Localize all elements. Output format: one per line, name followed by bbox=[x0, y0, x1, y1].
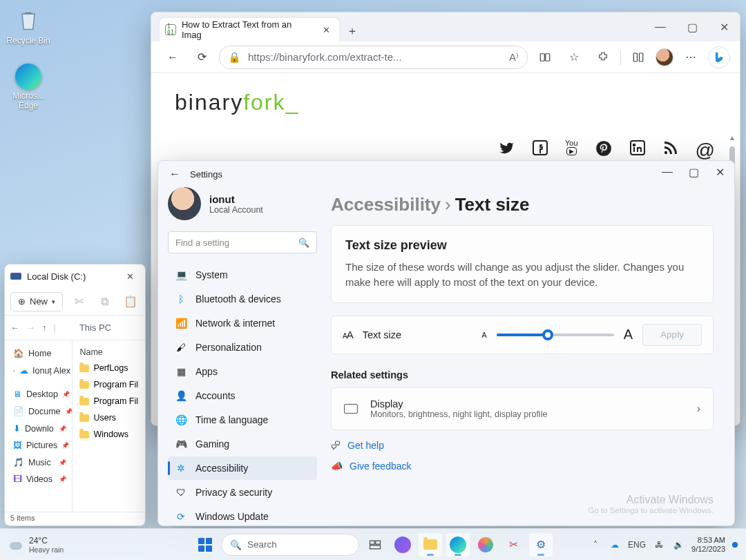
translate-icon[interactable] bbox=[533, 46, 557, 69]
read-aloud-icon[interactable]: A⁾ bbox=[509, 51, 519, 64]
cut-icon[interactable]: ✄ bbox=[70, 292, 88, 311]
desktop-icon-recycle-bin[interactable]: Recycle Bin bbox=[4, 6, 52, 46]
notification-badge[interactable] bbox=[732, 542, 738, 548]
start-button[interactable] bbox=[193, 533, 217, 557]
refresh-button[interactable]: ⟳ bbox=[190, 46, 213, 69]
youtube-icon[interactable]: You▶ bbox=[565, 139, 578, 162]
nav-system[interactable]: 💻System bbox=[168, 263, 317, 287]
linkedin-icon[interactable] bbox=[629, 139, 646, 162]
account-card[interactable]: ionut Local Account bbox=[168, 187, 317, 220]
chevron-down-icon: ▾ bbox=[52, 298, 55, 305]
folder-icon bbox=[79, 381, 89, 389]
nav-time[interactable]: 🌐Time & language bbox=[168, 408, 317, 432]
search-input[interactable]: Find a setting 🔍 bbox=[168, 231, 317, 253]
onedrive-tray-icon[interactable]: ☁ bbox=[609, 539, 621, 551]
taskbar-search[interactable]: 🔍 Search bbox=[221, 534, 359, 556]
text-size-slider[interactable] bbox=[497, 334, 614, 336]
pin-icon: 📌 bbox=[62, 391, 70, 398]
language-indicator[interactable]: ENG bbox=[628, 539, 646, 551]
extensions-icon[interactable] bbox=[591, 46, 615, 69]
nav-update[interactable]: ⟳Windows Update bbox=[168, 505, 317, 526]
sidebar-item-music[interactable]: 🎵Music📌 bbox=[8, 454, 69, 471]
maximize-button[interactable]: ▢ bbox=[676, 12, 708, 41]
copy-icon[interactable]: ⧉ bbox=[95, 292, 114, 311]
paint-app-icon[interactable] bbox=[474, 533, 497, 557]
bing-chat-button[interactable] bbox=[708, 46, 730, 68]
sidebar-item-home[interactable]: 🏠Home bbox=[8, 345, 69, 362]
task-view-button[interactable] bbox=[363, 533, 387, 557]
nav-personalization[interactable]: 🖌Personalization bbox=[168, 336, 317, 359]
taskbar-clock[interactable]: 8:53 AM 9/12/2023 bbox=[691, 536, 725, 553]
profile-avatar[interactable] bbox=[656, 48, 673, 66]
close-button[interactable]: ✕ bbox=[708, 12, 740, 41]
network-tray-icon[interactable]: 🖧 bbox=[653, 539, 665, 551]
nav-gaming[interactable]: 🎮Gaming bbox=[168, 432, 317, 456]
pinterest-icon[interactable] bbox=[595, 139, 613, 162]
list-item[interactable]: Windows bbox=[75, 426, 142, 443]
crumb-parent[interactable]: Accessibility bbox=[331, 194, 441, 215]
snipping-tool-icon[interactable]: ✂ bbox=[501, 533, 525, 557]
site-logo[interactable]: binaryfork_ bbox=[175, 90, 716, 117]
nav-network[interactable]: 📶Network & internet bbox=[168, 311, 317, 335]
tray-chevron-up-icon[interactable]: ˄ bbox=[589, 539, 602, 551]
lock-icon: 🔒 bbox=[228, 51, 241, 64]
give-feedback-link[interactable]: 📣Give feedback bbox=[331, 461, 714, 472]
browser-tab[interactable]: 101 How to Extract Text from an Imag ✕ bbox=[160, 18, 339, 41]
new-tab-button[interactable]: ＋ bbox=[342, 21, 363, 41]
favorite-icon[interactable]: ☆ bbox=[562, 46, 586, 69]
settings-titlebar[interactable]: ← Settings — ▢ ✕ bbox=[158, 161, 734, 187]
nav-accessibility[interactable]: ✲Accessibility bbox=[168, 456, 317, 480]
new-button[interactable]: ⊕ New ▾ bbox=[10, 292, 63, 311]
fe-titlebar[interactable]: Local Disk (C:) ✕ bbox=[5, 264, 145, 288]
nav-up-button[interactable]: ↑ bbox=[42, 322, 47, 333]
sidebar-item-onedrive[interactable]: ›☁Ionuț Alex bbox=[8, 362, 69, 379]
back-button[interactable]: ← bbox=[161, 46, 184, 69]
sidebar-item-videos[interactable]: 🎞Videos📌 bbox=[8, 471, 69, 487]
desktop-icon-edge[interactable]: Micros... Edge bbox=[4, 64, 52, 110]
list-item[interactable]: Program Fil bbox=[75, 376, 142, 393]
nav-forward-button[interactable]: → bbox=[26, 322, 35, 333]
sidebar-item-documents[interactable]: 📄Docume📌 bbox=[8, 403, 69, 420]
split-screen-icon[interactable] bbox=[627, 46, 650, 69]
get-help-link[interactable]: 🗪Get help bbox=[331, 440, 714, 451]
breadcrumb[interactable]: This PC bbox=[79, 322, 111, 333]
rss-icon[interactable] bbox=[662, 139, 679, 162]
maximize-button[interactable]: ▢ bbox=[682, 162, 705, 182]
volume-tray-icon[interactable]: 🔉 bbox=[672, 539, 685, 551]
scroll-up-icon[interactable]: ▲ bbox=[727, 134, 737, 144]
nav-apps[interactable]: ▦Apps bbox=[168, 360, 317, 383]
close-button[interactable]: ✕ bbox=[708, 162, 731, 182]
pin-icon: 📌 bbox=[59, 425, 66, 432]
list-item[interactable]: Program Fil bbox=[75, 393, 142, 409]
list-item[interactable]: Users bbox=[75, 409, 142, 426]
address-bar[interactable]: 🔒 https://binaryfork.com/extract-te... A… bbox=[219, 46, 528, 69]
chat-app-icon[interactable] bbox=[391, 533, 414, 557]
nav-privacy[interactable]: 🛡Privacy & security bbox=[168, 481, 317, 504]
slider-thumb[interactable] bbox=[542, 329, 553, 340]
display-settings-link[interactable]: Display Monitors, brightness, night ligh… bbox=[331, 387, 714, 430]
minimize-button[interactable]: — bbox=[656, 162, 679, 182]
list-item[interactable]: PerfLogs bbox=[75, 360, 142, 376]
column-header-name[interactable]: Name bbox=[75, 345, 142, 360]
facebook-icon[interactable] bbox=[532, 139, 548, 162]
settings-app-icon[interactable]: ⚙ bbox=[529, 533, 553, 557]
brush-icon: 🖌 bbox=[175, 341, 187, 354]
paste-icon[interactable]: 📋 bbox=[121, 292, 140, 311]
nav-accounts[interactable]: 👤Accounts bbox=[168, 384, 317, 407]
explorer-app-icon[interactable] bbox=[419, 533, 442, 557]
twitter-icon[interactable] bbox=[497, 139, 515, 162]
nav-bluetooth[interactable]: ᛒBluetooth & devices bbox=[168, 287, 317, 311]
edge-app-icon[interactable] bbox=[446, 533, 470, 557]
close-tab-button[interactable]: ✕ bbox=[320, 23, 332, 36]
nav-back-button[interactable]: ← bbox=[10, 322, 19, 333]
apply-button[interactable]: Apply bbox=[642, 324, 702, 346]
weather-widget[interactable]: 24°C Heavy rain bbox=[0, 536, 64, 554]
close-tab-icon[interactable]: ✕ bbox=[120, 267, 140, 286]
sidebar-item-pictures[interactable]: 🖼Pictures📌 bbox=[8, 437, 69, 454]
email-icon[interactable]: @ bbox=[696, 139, 715, 162]
more-menu-button[interactable]: ⋯ bbox=[679, 46, 702, 69]
sidebar-item-downloads[interactable]: ⬇Downlo📌 bbox=[8, 420, 69, 437]
minimize-button[interactable]: — bbox=[644, 12, 676, 41]
back-button[interactable]: ← bbox=[166, 168, 183, 180]
sidebar-item-desktop[interactable]: 🖥Desktop📌 bbox=[8, 386, 69, 403]
